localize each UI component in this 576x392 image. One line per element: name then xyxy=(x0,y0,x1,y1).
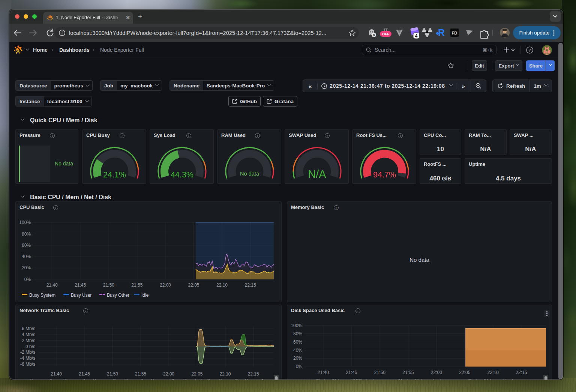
svg-text:94.7%: 94.7% xyxy=(373,170,396,179)
svg-text:22:00: 22:00 xyxy=(160,282,171,288)
svg-text:40%: 40% xyxy=(293,348,302,353)
svg-text:/System/Volumes/Hardware: /System/Volumes/Hardware xyxy=(467,378,523,380)
svg-text:Idle: Idle xyxy=(141,293,149,298)
svg-text:80%: 80% xyxy=(293,331,302,336)
svg-text:60%: 60% xyxy=(293,339,302,345)
svg-text:22:05: 22:05 xyxy=(188,282,199,288)
svg-text:100%: 100% xyxy=(19,220,31,225)
svg-text:4: 4 xyxy=(415,33,418,39)
svg-text:0 b/s: 0 b/s xyxy=(26,344,35,349)
svg-text:0%: 0% xyxy=(24,277,31,282)
svg-text:Recv en1: Recv en1 xyxy=(124,378,144,380)
svg-text:Recv awdl0: Recv awdl0 xyxy=(151,378,174,380)
svg-text:22:15: 22:15 xyxy=(245,282,256,288)
svg-text:6 Mb/s: 6 Mb/s xyxy=(22,326,35,331)
svg-text:21:40: 21:40 xyxy=(51,371,62,377)
svg-text:22:15: 22:15 xyxy=(516,370,527,375)
svg-text:100%: 100% xyxy=(291,323,302,328)
svg-text:0: 0 xyxy=(373,33,375,37)
svg-text:21:55: 21:55 xyxy=(402,370,414,375)
svg-text:21:45: 21:45 xyxy=(75,282,86,288)
svg-text:22:00: 22:00 xyxy=(163,371,174,377)
svg-text:/System/Volumes/xarts: /System/Volumes/xarts xyxy=(398,378,444,380)
svg-text:24.1%: 24.1% xyxy=(103,170,126,179)
svg-text:21:50: 21:50 xyxy=(107,371,118,377)
svg-text:21:50: 21:50 xyxy=(374,370,386,375)
svg-text:-6 Mb/s: -6 Mb/s xyxy=(20,362,35,367)
svg-text:-2 Mb/s: -2 Mb/s xyxy=(20,350,35,355)
svg-text:0%: 0% xyxy=(296,364,303,369)
svg-text:22:00: 22:00 xyxy=(431,370,442,375)
svg-text:21:50: 21:50 xyxy=(103,282,114,288)
svg-text:R: R xyxy=(438,27,445,38)
svg-text:Busy User: Busy User xyxy=(71,293,92,298)
svg-text:4 Mb/s: 4 Mb/s xyxy=(22,332,35,337)
svg-text:N/A: N/A xyxy=(308,168,326,180)
svg-text:/System/Volumes/iSCPreboot: /System/Volumes/iSCPreboot xyxy=(315,378,375,380)
svg-text:Busy Other: Busy Other xyxy=(107,293,129,298)
svg-text:22:05: 22:05 xyxy=(191,371,202,377)
svg-text:22:10: 22:10 xyxy=(488,370,499,375)
svg-text:Recv en1: Recv en1 xyxy=(245,378,264,380)
svg-text:22:15: 22:15 xyxy=(248,371,259,377)
svg-text:20%: 20% xyxy=(22,265,31,270)
svg-text:FD: FD xyxy=(452,31,457,35)
svg-text:40%: 40% xyxy=(22,254,31,259)
svg-text:Recv anpi1: Recv anpi1 xyxy=(63,378,86,380)
svg-text:?: ? xyxy=(528,48,531,53)
svg-text:22:05: 22:05 xyxy=(459,370,470,375)
svg-text:No data: No data xyxy=(240,171,260,177)
svg-text:22:10: 22:10 xyxy=(219,371,231,377)
svg-text:44.3%: 44.3% xyxy=(171,170,194,179)
svg-text:21:45: 21:45 xyxy=(79,371,90,377)
svg-text:Recv en2: Recv en2 xyxy=(219,378,238,380)
svg-text:20%: 20% xyxy=(293,356,302,361)
svg-text:80%: 80% xyxy=(22,231,31,237)
svg-text:22:10: 22:10 xyxy=(216,282,228,288)
svg-text:Busy System: Busy System xyxy=(29,293,56,298)
svg-text:2 Mb/s: 2 Mb/s xyxy=(22,338,35,343)
svg-text:Recv anpi2: Recv anpi2 xyxy=(93,378,116,380)
svg-text:21:55: 21:55 xyxy=(135,371,146,377)
svg-text:OFF: OFF xyxy=(382,32,389,36)
svg-text:Recv bridge0: Recv bridge0 xyxy=(183,378,210,380)
svg-text:Recv anpi2: Recv anpi2 xyxy=(30,378,52,380)
svg-text:-4 Mb/s: -4 Mb/s xyxy=(20,356,35,361)
svg-text:21:40: 21:40 xyxy=(46,282,58,288)
svg-text:21:45: 21:45 xyxy=(346,370,357,375)
svg-text:21:55: 21:55 xyxy=(131,282,142,288)
svg-text:21:40: 21:40 xyxy=(318,370,329,375)
svg-text:60%: 60% xyxy=(22,243,31,248)
